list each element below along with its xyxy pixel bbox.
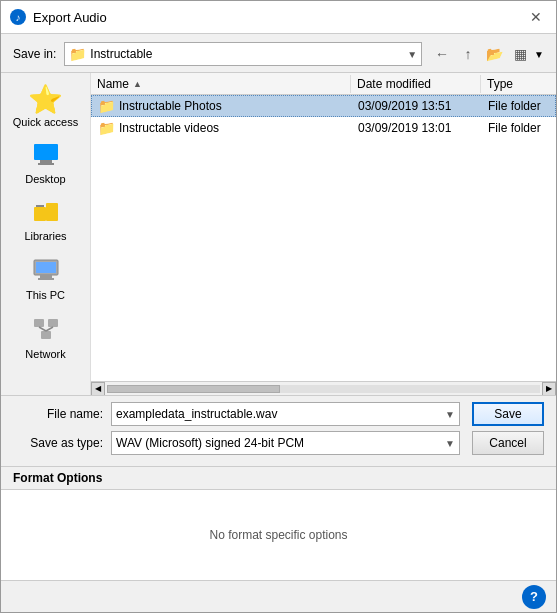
file-name-combo[interactable]: exampledata_instructable.wav ▼ xyxy=(111,402,460,426)
col-type-header[interactable]: Type xyxy=(481,75,556,93)
view-dropdown-arrow[interactable]: ▼ xyxy=(534,49,544,60)
svg-line-15 xyxy=(39,327,46,331)
desktop-label: Desktop xyxy=(25,173,65,185)
file-cell-date: 03/09/2019 13:51 xyxy=(352,97,482,115)
up-button[interactable]: ↑ xyxy=(456,42,480,66)
save-as-type-row: Save as type: WAV (Microsoft) signed 24-… xyxy=(13,431,544,455)
dialog-title: Export Audio xyxy=(33,10,524,25)
svg-text:♪: ♪ xyxy=(16,12,21,23)
hscroll-thumb[interactable] xyxy=(107,385,280,393)
cancel-button-container: Cancel xyxy=(472,431,544,455)
save-in-row: Save in: 📁 Instructable ▼ ← ↑ 📂 ▦ ▼ xyxy=(1,34,556,72)
title-bar: ♪ Export Audio ✕ xyxy=(1,1,556,34)
hscroll-left-button[interactable]: ◀ xyxy=(91,382,105,396)
save-as-type-label: Save as type: xyxy=(13,436,103,450)
network-label: Network xyxy=(25,348,65,360)
save-in-dropdown-arrow: ▼ xyxy=(407,49,417,60)
svg-rect-12 xyxy=(34,319,44,327)
table-row[interactable]: 📁 Instructable videos 03/09/2019 13:01 F… xyxy=(91,117,556,139)
save-in-label: Save in: xyxy=(13,47,56,61)
main-area: ⭐ Quick access Desktop xyxy=(1,72,556,395)
view-button[interactable]: ▦ xyxy=(508,42,532,66)
svg-rect-13 xyxy=(48,319,58,327)
svg-rect-4 xyxy=(38,163,54,165)
quick-access-icon: ⭐ xyxy=(28,86,63,114)
col-date-header[interactable]: Date modified xyxy=(351,75,481,93)
file-name-label: File name: xyxy=(13,407,103,421)
desktop-icon xyxy=(32,142,60,171)
save-in-folder-name: Instructable xyxy=(90,47,403,61)
svg-rect-6 xyxy=(46,203,58,221)
no-format-text: No format specific options xyxy=(209,528,347,542)
sidebar-item-this-pc[interactable]: This PC xyxy=(6,251,86,306)
file-list-header: Name ▲ Date modified Type xyxy=(91,73,556,95)
format-options-header: Format Options xyxy=(1,467,556,490)
save-as-type-value: WAV (Microsoft) signed 24-bit PCM xyxy=(116,436,445,450)
sidebar-item-network[interactable]: Network xyxy=(6,310,86,365)
save-as-type-combo[interactable]: WAV (Microsoft) signed 24-bit PCM ▼ xyxy=(111,431,460,455)
this-pc-label: This PC xyxy=(26,289,65,301)
bottom-bar: ? xyxy=(1,580,556,612)
svg-rect-5 xyxy=(34,207,46,221)
sort-arrow: ▲ xyxy=(133,79,142,89)
toolbar-icons: ← ↑ 📂 ▦ ▼ xyxy=(430,42,544,66)
table-row[interactable]: 📁 Instructable Photos 03/09/2019 13:51 F… xyxy=(91,95,556,117)
back-button[interactable]: ← xyxy=(430,42,454,66)
file-list: 📁 Instructable Photos 03/09/2019 13:51 F… xyxy=(91,95,556,381)
col-name-header[interactable]: Name ▲ xyxy=(91,75,351,93)
file-cell-type: File folder xyxy=(482,119,555,137)
file-name-row: File name: exampledata_instructable.wav … xyxy=(13,402,544,426)
hscroll-track[interactable] xyxy=(107,385,540,393)
save-in-combo[interactable]: 📁 Instructable ▼ xyxy=(64,42,422,66)
file-panel: Name ▲ Date modified Type 📁 Instructable… xyxy=(91,73,556,395)
sidebar-item-libraries[interactable]: Libraries xyxy=(6,194,86,247)
svg-rect-11 xyxy=(38,278,54,280)
file-cell-name: 📁 Instructable videos xyxy=(92,118,352,138)
svg-rect-9 xyxy=(36,262,56,273)
folder-icon: 📁 xyxy=(69,46,86,62)
file-folder-icon: 📁 xyxy=(98,120,115,136)
dialog-icon: ♪ xyxy=(9,8,27,26)
svg-line-16 xyxy=(46,327,53,331)
svg-rect-3 xyxy=(40,160,52,163)
quick-access-label: Quick access xyxy=(13,116,78,128)
cancel-button[interactable]: Cancel xyxy=(472,431,544,455)
sidebar-item-quick-access[interactable]: ⭐ Quick access xyxy=(6,81,86,133)
format-options-body: No format specific options xyxy=(1,490,556,580)
libraries-label: Libraries xyxy=(24,230,66,242)
svg-rect-14 xyxy=(41,331,51,339)
this-pc-icon xyxy=(32,256,60,287)
libraries-icon xyxy=(32,199,60,228)
help-button[interactable]: ? xyxy=(522,585,546,609)
horizontal-scrollbar[interactable]: ◀ ▶ xyxy=(91,381,556,395)
sidebar-item-desktop[interactable]: Desktop xyxy=(6,137,86,190)
file-folder-icon: 📁 xyxy=(98,98,115,114)
export-audio-dialog: ♪ Export Audio ✕ Save in: 📁 Instructable… xyxy=(0,0,557,613)
hscroll-right-button[interactable]: ▶ xyxy=(542,382,556,396)
form-area: File name: exampledata_instructable.wav … xyxy=(1,395,556,466)
close-button[interactable]: ✕ xyxy=(524,5,548,29)
file-cell-type: File folder xyxy=(482,97,555,115)
file-name-value: exampledata_instructable.wav xyxy=(116,407,445,421)
action-buttons: Save xyxy=(472,402,544,426)
sidebar: ⭐ Quick access Desktop xyxy=(1,73,91,395)
file-name-dropdown-arrow: ▼ xyxy=(445,409,455,420)
format-options-section: Format Options No format specific option… xyxy=(1,466,556,580)
new-folder-button[interactable]: 📂 xyxy=(482,42,506,66)
file-cell-name: 📁 Instructable Photos xyxy=(92,96,352,116)
network-icon xyxy=(32,315,60,346)
save-as-type-dropdown-arrow: ▼ xyxy=(445,438,455,449)
svg-rect-10 xyxy=(40,275,52,278)
svg-rect-2 xyxy=(34,144,58,160)
file-cell-date: 03/09/2019 13:01 xyxy=(352,119,482,137)
save-button[interactable]: Save xyxy=(472,402,544,426)
svg-rect-7 xyxy=(36,205,44,207)
